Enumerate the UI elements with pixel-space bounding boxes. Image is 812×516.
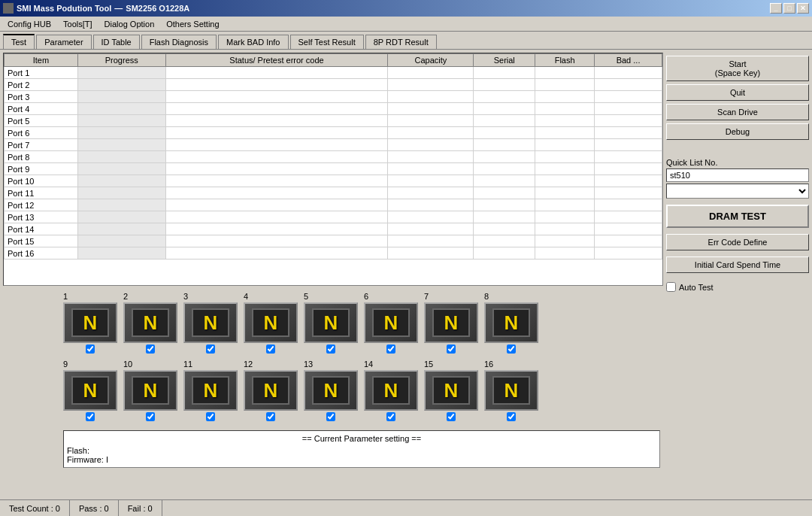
port-checkbox[interactable]: [146, 345, 155, 354]
port-checkbox[interactable]: [266, 412, 275, 421]
minimize-button[interactable]: _: [770, 3, 782, 14]
port-n-letter: N: [444, 311, 459, 335]
cell-bad: [595, 67, 662, 79]
port-icon[interactable]: N: [484, 370, 538, 411]
cell-item: Port 8: [5, 151, 78, 163]
quit-button[interactable]: Quit: [666, 84, 809, 101]
port-item: 13 N: [304, 360, 358, 421]
auto-test-checkbox[interactable]: [666, 282, 676, 292]
port-icon[interactable]: N: [244, 302, 298, 343]
menu-others-setting[interactable]: Others Setting: [160, 18, 225, 30]
port-checkbox[interactable]: [507, 412, 516, 421]
table-row: Port 16: [5, 247, 662, 260]
port-icon-inner: N: [372, 308, 410, 337]
info-panel: == Current Parameter setting == Flash: F…: [63, 430, 660, 468]
port-checkbox[interactable]: [206, 345, 215, 354]
port-icon-inner: N: [372, 376, 410, 405]
port-n-letter: N: [144, 311, 158, 335]
tab-mark-bad-info[interactable]: Mark BAD Info: [218, 35, 289, 49]
cell-status: [165, 127, 388, 139]
port-checkbox[interactable]: [447, 345, 456, 354]
port-checkbox[interactable]: [386, 345, 395, 354]
port-n-letter: N: [444, 379, 459, 402]
port-checkbox[interactable]: [206, 412, 215, 421]
maximize-button[interactable]: □: [783, 3, 795, 14]
auto-test-label: Auto Test: [679, 283, 714, 292]
table-row: Port 9: [5, 163, 662, 175]
dram-test-button[interactable]: DRAM TEST: [666, 205, 809, 228]
tab-self-test-result[interactable]: Self Test Result: [290, 35, 364, 49]
port-icon[interactable]: N: [244, 370, 298, 411]
cell-flash: [535, 247, 595, 260]
port-checkbox[interactable]: [146, 412, 155, 421]
cell-status: [165, 247, 388, 260]
cell-capacity: [388, 103, 474, 115]
debug-button[interactable]: Debug: [666, 123, 809, 140]
port-checkbox[interactable]: [447, 412, 456, 421]
port-checkbox[interactable]: [507, 345, 516, 354]
port-item: 12 N: [244, 360, 298, 421]
port-icon[interactable]: N: [123, 302, 177, 343]
menu-config-hub[interactable]: Config HUB: [2, 18, 57, 30]
table-row: Port 15: [5, 235, 662, 247]
table-row: Port 10: [5, 175, 662, 187]
port-icon[interactable]: N: [424, 302, 478, 343]
cell-bad: [595, 199, 662, 211]
cell-capacity: [388, 151, 474, 163]
port-checkbox[interactable]: [86, 412, 95, 421]
port-icon[interactable]: N: [183, 302, 238, 343]
port-icon[interactable]: N: [63, 370, 117, 411]
quick-list-input[interactable]: [666, 168, 809, 182]
menu-tools[interactable]: Tools[T]: [57, 18, 98, 30]
port-item: 4 N: [244, 292, 298, 354]
port-item: 2 N: [123, 292, 177, 354]
port-icon[interactable]: N: [484, 302, 538, 343]
start-button[interactable]: Start (Space Key): [666, 56, 809, 81]
port-icon[interactable]: N: [183, 370, 238, 411]
port-checkbox[interactable]: [326, 345, 335, 354]
tab-8p-rdt-result[interactable]: 8P RDT Result: [365, 35, 437, 49]
cell-status: [165, 103, 388, 115]
port-icon[interactable]: N: [364, 370, 418, 411]
tab-id-table[interactable]: ID Table: [93, 35, 140, 49]
tab-parameter[interactable]: Parameter: [36, 35, 91, 49]
port-icon[interactable]: N: [63, 302, 117, 343]
tab-flash-diagnosis[interactable]: Flash Diagnosis: [141, 35, 217, 49]
cell-item: Port 14: [5, 223, 78, 235]
port-n-letter: N: [204, 311, 218, 335]
tab-test[interactable]: Test: [3, 34, 35, 49]
cell-serial: [474, 115, 535, 127]
cell-status: [165, 175, 388, 187]
cell-capacity: [388, 91, 474, 103]
err-code-define-button[interactable]: Err Code Define: [666, 234, 809, 250]
port-icon[interactable]: N: [304, 302, 358, 343]
col-serial: Serial: [474, 54, 535, 67]
port-checkbox[interactable]: [266, 345, 275, 354]
port-icon[interactable]: N: [424, 370, 478, 411]
cell-bad: [595, 151, 662, 163]
port-icon[interactable]: N: [123, 370, 177, 411]
cell-bad: [595, 103, 662, 115]
port-icon[interactable]: N: [304, 370, 358, 411]
cell-item: Port 4: [5, 103, 78, 115]
close-button[interactable]: ✕: [797, 3, 809, 14]
cell-item: Port 16: [5, 247, 78, 260]
cell-status: [165, 151, 388, 163]
initial-card-spend-button[interactable]: Initial Card Spend Time: [666, 256, 809, 273]
port-checkbox[interactable]: [86, 345, 95, 354]
menu-dialog-option[interactable]: Dialog Option: [98, 18, 161, 30]
cell-progress: [77, 163, 165, 175]
app-title: SMI Mass Podution Tool: [17, 4, 111, 13]
scan-drive-button[interactable]: Scan Drive: [666, 104, 809, 120]
cell-serial: [474, 187, 535, 199]
cell-status: [165, 235, 388, 247]
port-checkbox[interactable]: [386, 412, 395, 421]
cell-serial: [474, 211, 535, 223]
quick-list-select[interactable]: [666, 184, 809, 199]
cell-serial: [474, 67, 535, 79]
port-icon[interactable]: N: [364, 302, 418, 343]
cell-serial: [474, 175, 535, 187]
port-n-letter: N: [204, 379, 218, 402]
port-checkbox[interactable]: [326, 412, 335, 421]
cell-item: Port 3: [5, 91, 78, 103]
